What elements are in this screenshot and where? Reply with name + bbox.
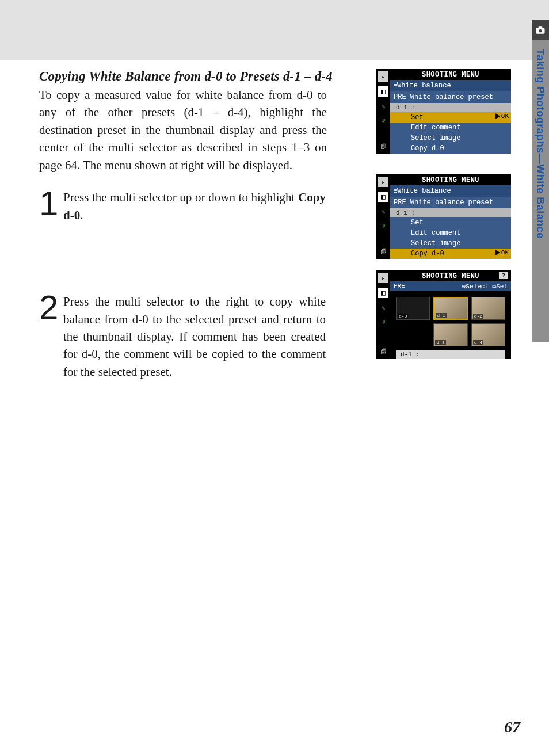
setup-icon: Ψ <box>378 222 388 232</box>
svg-point-2 <box>539 29 542 32</box>
menu-item-copy-d0[interactable]: Copy d-0 <box>390 143 511 154</box>
thumb-d2[interactable]: d-2 <box>471 297 505 320</box>
ok-indicator: OK <box>495 249 509 256</box>
side-tab-label: Taking Photographs—White Balance <box>534 49 546 239</box>
lcd-screenshot-1: ▸ ◧ ✎ Ψ 🗐 SHOOTING MENU ⊞White balance P… <box>376 69 511 154</box>
lcd-breadcrumb-1: ⊞White balance <box>390 185 511 197</box>
thumb-label: d-1 <box>436 313 446 318</box>
select-hint: ⊕Select ▭Set <box>462 282 508 290</box>
ok-indicator: OK <box>495 113 509 120</box>
play-icon: ▸ <box>378 71 388 82</box>
lcd-title: SHOOTING MENU <box>390 270 511 281</box>
svg-rect-1 <box>539 26 543 29</box>
recent-icon: 🗐 <box>378 346 388 357</box>
menu-item-edit-comment[interactable]: Edit comment <box>390 123 511 133</box>
menu-item-label: Copy d-0 <box>411 250 444 258</box>
pencil-icon: ✎ <box>378 207 388 217</box>
side-tab: Taking Photographs—White Balance <box>529 20 549 342</box>
setup-icon: Ψ <box>378 116 388 127</box>
intro-paragraph: To copy a measured value for white balan… <box>39 86 327 174</box>
step-1: 1 Press the multi selector up or down to… <box>39 189 326 224</box>
camera-icon: ◧ <box>378 86 388 97</box>
lcd-title: SHOOTING MENU <box>390 174 511 185</box>
step-2: 2 Press the multi selector to the right … <box>39 293 326 380</box>
menu-item-select-image[interactable]: Select image <box>390 238 511 249</box>
lcd-title: SHOOTING MENU <box>390 69 511 80</box>
lcd-slot: d-1 : <box>390 208 511 217</box>
lcd3-footer: d-1 : <box>396 350 505 359</box>
thumb-label: d-4 <box>473 340 483 345</box>
step-number: 1 <box>39 189 63 224</box>
thumb-d0[interactable]: d-0 <box>396 297 430 320</box>
lcd-breadcrumb-1: ⊞White balance <box>390 80 511 91</box>
menu-item-label: Set <box>411 113 424 121</box>
help-icon: ? <box>499 272 508 279</box>
thumb-label: d-3 <box>435 340 445 345</box>
page-number: 67 <box>504 718 520 736</box>
step-post: . <box>80 208 83 222</box>
recent-icon: 🗐 <box>378 246 388 257</box>
camera-icon: ◧ <box>378 288 388 298</box>
step-pre: Press the multi selector to the right to… <box>63 295 326 379</box>
step-text: Press the multi selector up or down to h… <box>63 189 326 224</box>
recent-icon: 🗐 <box>378 141 388 151</box>
play-icon: ▸ <box>378 177 388 187</box>
camera-icon: ◧ <box>378 192 388 202</box>
lcd-slot: d-1 : <box>390 103 511 112</box>
menu-item-select-image[interactable]: Select image <box>390 133 511 143</box>
side-tab-icon-box <box>532 20 549 40</box>
lcd3-header: PRE ⊕Select ▭Set <box>390 281 511 291</box>
pencil-icon: ✎ <box>378 303 388 313</box>
top-grey-band <box>0 0 549 60</box>
camera-icon <box>535 24 546 36</box>
lcd-screenshot-3: ▸ ◧ ✎ Ψ 🗐 SHOOTING MENU ? PRE ⊕Select ▭S… <box>376 270 511 359</box>
step-pre: Press the multi selector up or down to h… <box>63 190 298 204</box>
pre-label: PRE <box>394 282 405 290</box>
lcd-breadcrumb-2: PRE White balance preset <box>390 197 511 208</box>
lcd-h1-text: White balance <box>397 82 451 90</box>
lcd-screenshot-2: ▸ ◧ ✎ Ψ 🗐 SHOOTING MENU ⊞White balance P… <box>376 174 511 259</box>
step-text: Press the multi selector to the right to… <box>63 293 326 380</box>
thumb-label: d-2 <box>473 314 483 319</box>
thumbnail-grid: d-0 d-1 d-2 d-3 d-4 d-1 : <box>390 291 511 359</box>
lcd-h1-text: White balance <box>397 187 451 195</box>
thumb-label: d-0 <box>398 314 408 319</box>
thumb-d3[interactable]: d-3 <box>433 323 467 346</box>
menu-item-set[interactable]: SetOK <box>390 112 511 123</box>
lcd-breadcrumb-2: PRE White balance preset <box>390 91 511 103</box>
menu-item-edit-comment[interactable]: Edit comment <box>390 228 511 238</box>
step-number: 2 <box>39 293 63 380</box>
pencil-icon: ✎ <box>378 101 388 112</box>
thumb-d1[interactable]: d-1 <box>433 297 467 320</box>
thumb-d4[interactable]: d-4 <box>471 323 505 346</box>
menu-item-set[interactable]: Set <box>390 217 511 228</box>
menu-item-copy-d0[interactable]: Copy d-0OK <box>390 249 511 259</box>
play-icon: ▸ <box>378 273 388 283</box>
setup-icon: Ψ <box>378 318 388 328</box>
